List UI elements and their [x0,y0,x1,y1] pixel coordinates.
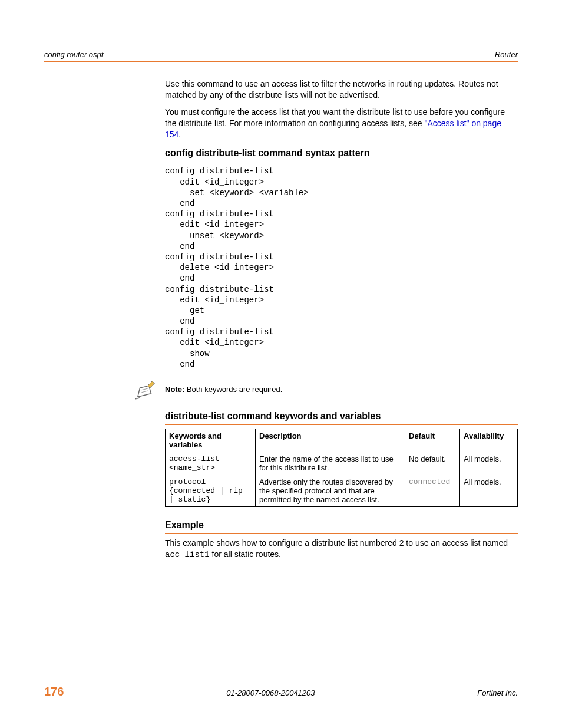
company-name: Fortinet Inc. [477,689,518,697]
th-description: Description [256,429,405,452]
note-block: Note: Both keywords are required. [134,378,518,400]
page-footer: 176 01-28007-0068-20041203 Fortinet Inc. [44,681,518,699]
keywords-table: Keywords and variables Description Defau… [165,429,518,507]
table-heading: distribute-list command keywords and var… [165,411,518,425]
table-row: protocol {connected | rip | static} Adve… [166,475,518,507]
main-content: Use this command to use an access list t… [165,78,518,561]
table-row: access-list <name_str> Enter the name of… [166,452,518,475]
note-label: Note: [165,385,184,394]
note-icon [134,378,157,400]
header-right: Router [495,50,518,59]
svg-line-0 [141,388,147,390]
th-availability: Availability [460,429,518,452]
intro-paragraph-1: Use this command to use an access list t… [165,78,518,101]
intro-paragraph-2: You must configure the access list that … [165,107,518,140]
th-default: Default [405,429,460,452]
doc-id: 01-28007-0068-20041203 [226,689,315,697]
page-header: config router ospf Router [44,50,518,62]
syntax-code-block: config distribute-list edit <id_integer>… [165,166,518,370]
syntax-heading: config distribute-list command syntax pa… [165,148,518,162]
page-number: 176 [44,685,64,699]
example-heading: Example [165,520,518,534]
note-text: Both keywords are required. [184,385,282,394]
header-left: config router ospf [44,50,103,59]
th-keywords: Keywords and variables [166,429,256,452]
example-paragraph: This example shows how to configure a di… [165,538,518,561]
svg-line-1 [141,391,148,393]
